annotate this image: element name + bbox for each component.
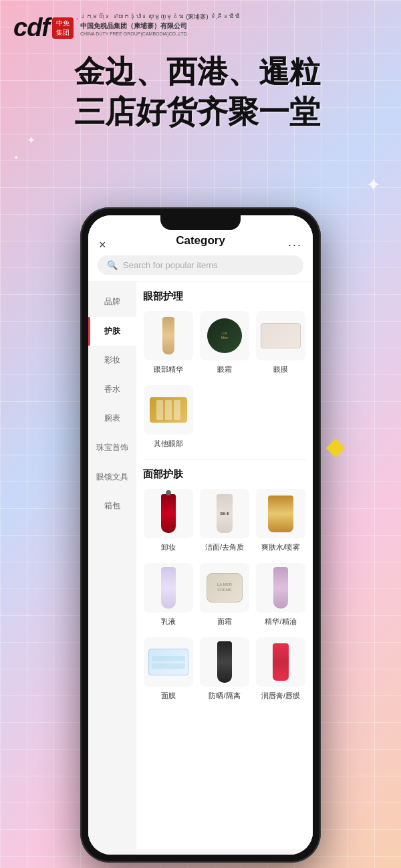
eye-other-pack	[150, 397, 187, 423]
sheet-mask-image	[144, 637, 193, 687]
essence-bottle	[273, 567, 288, 609]
cdf-logo-text: cdf	[13, 13, 49, 42]
toner-image	[256, 489, 305, 538]
star-decoration-2: ✦	[27, 134, 35, 146]
skii-bottle: SK-II	[217, 494, 233, 533]
star-decoration-3: ✦	[13, 154, 19, 161]
eye-care-grid-2: 其他眼部	[143, 385, 306, 449]
cream-label: 面霜	[217, 617, 232, 627]
eye-other-image	[144, 385, 193, 435]
face-care-grid-2: 乳液 LA MERCRÈME 面霜	[143, 563, 306, 627]
face-care-grid-1: 卸妆 SK-II 洁面/去角质	[143, 489, 306, 552]
search-placeholder: Search for popular items	[123, 260, 218, 270]
toner-label: 爽肤水/喷雾	[261, 542, 300, 552]
category-lotion[interactable]: 乳液	[143, 563, 194, 627]
sidebar-item-zhubao[interactable]: 珠宝首饰	[88, 433, 136, 463]
category-eye-serum[interactable]: 眼部精华	[143, 311, 194, 374]
sunscreen-tube	[217, 641, 232, 683]
cdf-badge: 中免 集团	[52, 17, 74, 39]
cleanser-image	[144, 489, 193, 538]
category-lipbalm[interactable]: 润唇膏/唇膜	[255, 637, 306, 701]
lotion-bottle	[161, 567, 176, 609]
sidebar: 品牌 护肤 彩妆 香水 腕表	[88, 282, 136, 849]
eye-mask-label: 眼膜	[273, 364, 288, 374]
category-cream[interactable]: LA MERCRÈME 面霜	[199, 563, 250, 627]
sunscreen-label: 防晒/隔离	[209, 691, 240, 701]
phone-inner: × Category ··· 🔍 Search for popular item…	[88, 215, 313, 855]
main-layout: 品牌 护肤 彩妆 香水 腕表	[88, 282, 313, 849]
sunscreen-image	[200, 637, 249, 687]
app-content: × Category ··· 🔍 Search for popular item…	[88, 215, 313, 855]
phone-mockup: × Category ··· 🔍 Search for popular item…	[80, 207, 321, 863]
sidebar-item-pinpai[interactable]: 品牌	[88, 288, 136, 317]
company-english: CHINA DUTY FREE GROUP(CAMBODIA)CO.,LTD.	[80, 31, 241, 37]
face-wash-label: 洁面/去角质	[205, 542, 244, 552]
headline-line2: 三店好货齐聚一堂	[13, 92, 381, 132]
category-sunscreen[interactable]: 防晒/隔离	[199, 637, 250, 701]
sidebar-item-caizhuang[interactable]: 彩妆	[88, 346, 136, 375]
page-title: Category	[176, 234, 225, 247]
phone-notch	[160, 215, 241, 230]
category-eye-other[interactable]: 其他眼部	[143, 385, 194, 449]
headline: 金边、西港、暹粒 三店好货齐聚一堂	[13, 52, 381, 132]
headline-line1: 金边、西港、暹粒	[13, 52, 381, 92]
cream-image: LA MERCRÈME	[200, 563, 249, 613]
section-divider	[143, 459, 306, 460]
cleanser-label: 卸妆	[161, 542, 176, 552]
sidebar-item-wanbiao[interactable]: 腕表	[88, 404, 136, 433]
sheet-mask-pack	[148, 649, 188, 675]
category-eye-cream[interactable]: LaMer 眼霜	[199, 311, 250, 374]
eye-other-label: 其他眼部	[154, 439, 183, 449]
sidebar-item-yanjing[interactable]: 眼镜文具	[88, 463, 136, 492]
star-decoration-1: ✦	[366, 174, 381, 196]
section-title-eye: 眼部护理	[143, 290, 306, 303]
category-essence[interactable]: 精华/精油	[255, 563, 306, 627]
category-eye-mask[interactable]: 眼膜	[255, 311, 306, 374]
company-chinese: 中国免税品集团（柬埔寨）有限公司	[80, 21, 241, 31]
category-toner[interactable]: 爽肤水/喷雾	[255, 489, 306, 552]
search-icon: 🔍	[107, 260, 118, 270]
eye-serum-image	[144, 311, 193, 360]
cleanser-bottle	[161, 494, 176, 533]
lotion-label: 乳液	[161, 617, 176, 627]
eye-cream-label: 眼霜	[217, 364, 232, 374]
eye-serum-label: 眼部精华	[154, 364, 183, 374]
sidebar-item-xiangbao[interactable]: 箱包	[88, 492, 136, 521]
category-face-wash[interactable]: SK-II 洁面/去角质	[199, 489, 250, 552]
search-bar: 🔍 Search for popular items	[88, 250, 313, 282]
eye-cream-jar: LaMer	[207, 318, 242, 353]
eye-mask-pack	[261, 323, 301, 348]
lipbalm-tube	[273, 643, 289, 681]
more-button[interactable]: ···	[288, 238, 302, 252]
lotion-image	[144, 563, 193, 613]
sheet-mask-label: 面膜	[161, 691, 176, 701]
face-wash-image: SK-II	[200, 489, 249, 538]
lipbalm-image	[256, 637, 305, 687]
lamer-jar: LA MERCRÈME	[207, 573, 243, 603]
close-button[interactable]: ×	[99, 238, 106, 252]
eye-serum-bottle	[162, 317, 174, 354]
phone-outer: × Category ··· 🔍 Search for popular item…	[80, 207, 321, 863]
section-title-face: 面部护肤	[143, 468, 306, 481]
search-input-wrap[interactable]: 🔍 Search for popular items	[98, 255, 303, 275]
eye-cream-image: LaMer	[200, 311, 249, 360]
company-info: ក្រុមហ៊ុន នាយកដ្ឋាន ឈ្មួញម្ដេច (柬埔寨) ខុំ…	[80, 13, 241, 37]
toner-bottle	[268, 496, 293, 532]
eye-care-grid: 眼部精华 LaMer 眼霜	[143, 311, 306, 374]
category-cleanser[interactable]: 卸妆	[143, 489, 194, 552]
category-sheet-mask[interactable]: 面膜	[143, 637, 194, 701]
logo-row: cdf 中免 集团 ក្រុមហ៊ុន នាយកដ្ឋាន ឈ្មួញម្ដេច…	[13, 13, 381, 42]
eye-mask-image	[256, 311, 305, 360]
essence-image	[256, 563, 305, 613]
sidebar-item-xiangshui[interactable]: 香水	[88, 375, 136, 405]
face-care-grid-3: 面膜 防晒/隔离	[143, 637, 306, 701]
lipbalm-label: 润唇膏/唇膜	[261, 691, 300, 701]
content-area: 眼部护理 眼部精华	[136, 282, 313, 849]
essence-label: 精华/精油	[265, 617, 296, 627]
company-khmer: ក្រុមហ៊ុន នាយកដ្ឋាន ឈ្មួញម្ដេច (柬埔寨) ខុំ…	[80, 13, 241, 21]
sidebar-item-hufu[interactable]: 护肤	[88, 317, 136, 346]
cdf-logo: cdf 中免 集团	[13, 13, 74, 42]
